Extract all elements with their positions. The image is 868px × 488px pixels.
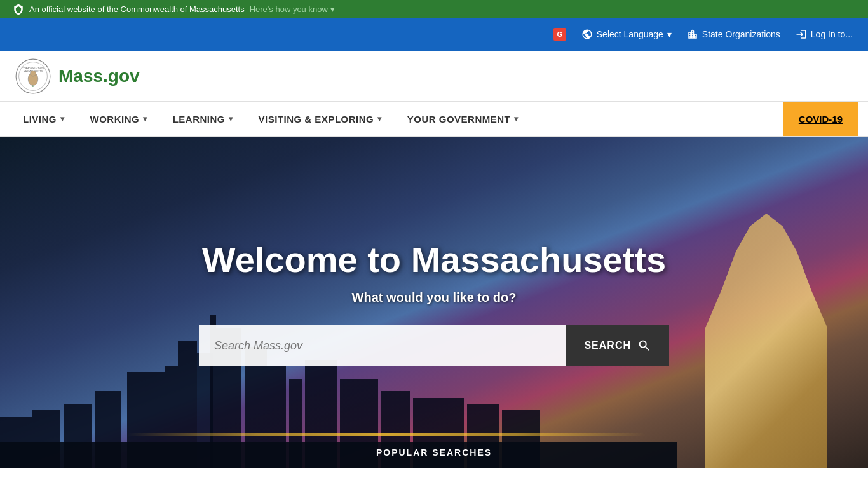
search-icon	[637, 339, 651, 353]
nav-living[interactable]: LIVING ▾	[10, 102, 78, 136]
chevron-down-icon: ▾	[60, 114, 65, 123]
covid-button[interactable]: COVID-19	[783, 102, 858, 136]
hero-section: Welcome to Massachusetts What would you …	[0, 137, 868, 468]
mass-seal-icon: COMMONWEALTH OF MASSACHUSETTS ★	[15, 58, 51, 94]
state-org-label: State Organizations	[702, 29, 780, 39]
popular-searches-label: POPULAR SEARCHES	[376, 447, 492, 458]
search-container: SEARCH	[199, 325, 669, 366]
search-input[interactable]	[199, 325, 566, 366]
login-button[interactable]: Log In to...	[796, 29, 853, 40]
chevron-down-icon: ▾	[143, 114, 147, 123]
google-translate-icon: G	[553, 28, 566, 41]
select-language-label: Select Language	[597, 29, 663, 39]
chevron-down-icon: ▾	[514, 114, 519, 123]
svg-point-5	[31, 71, 36, 76]
login-label: Log In to...	[811, 29, 853, 39]
google-translate-button[interactable]: G	[553, 28, 566, 41]
hero-title: Welcome to Massachusetts	[13, 239, 855, 280]
site-header: COMMONWEALTH OF MASSACHUSETTS ★ Mass.gov	[0, 51, 868, 102]
login-icon	[796, 29, 807, 40]
shield-icon	[13, 3, 24, 15]
chevron-down-icon: ▾	[229, 114, 233, 123]
road-lights	[127, 433, 646, 436]
search-button[interactable]: SEARCH	[566, 325, 669, 366]
hero-content: Welcome to Massachusetts What would you …	[0, 239, 868, 366]
svg-text:COMMONWEALTH OF: COMMONWEALTH OF	[22, 67, 44, 69]
nav-your-government[interactable]: YOUR GOVERNMENT ▾	[395, 102, 531, 136]
globe-icon	[581, 29, 593, 40]
top-banner: An official website of the Commonwealth …	[0, 0, 868, 18]
chevron-down-icon: ▾	[330, 4, 335, 14]
official-text: An official website of the Commonwealth …	[29, 4, 245, 14]
state-organizations-button[interactable]: State Organizations	[687, 29, 780, 40]
nav-working[interactable]: WORKING ▾	[78, 102, 160, 136]
logo-text: Mass.gov	[58, 66, 140, 86]
chevron-down-icon: ▾	[377, 114, 382, 123]
hero-subtitle: What would you like to do?	[13, 290, 855, 305]
logo[interactable]: COMMONWEALTH OF MASSACHUSETTS ★ Mass.gov	[15, 58, 140, 94]
nav-learning[interactable]: LEARNING ▾	[160, 102, 246, 136]
main-navigation: LIVING ▾ WORKING ▾ LEARNING ▾ VISITING &…	[0, 102, 868, 137]
building-icon	[687, 29, 698, 40]
nav-visiting-exploring[interactable]: VISITING & EXPLORING ▾	[246, 102, 395, 136]
how-know-button[interactable]: Here's how you know ▾	[250, 4, 335, 14]
utility-bar: G Select Language ▾ State Organizations …	[0, 18, 868, 51]
chevron-down-icon: ▾	[667, 29, 672, 39]
select-language-button[interactable]: Select Language ▾	[581, 29, 672, 40]
svg-text:★: ★	[32, 84, 34, 87]
